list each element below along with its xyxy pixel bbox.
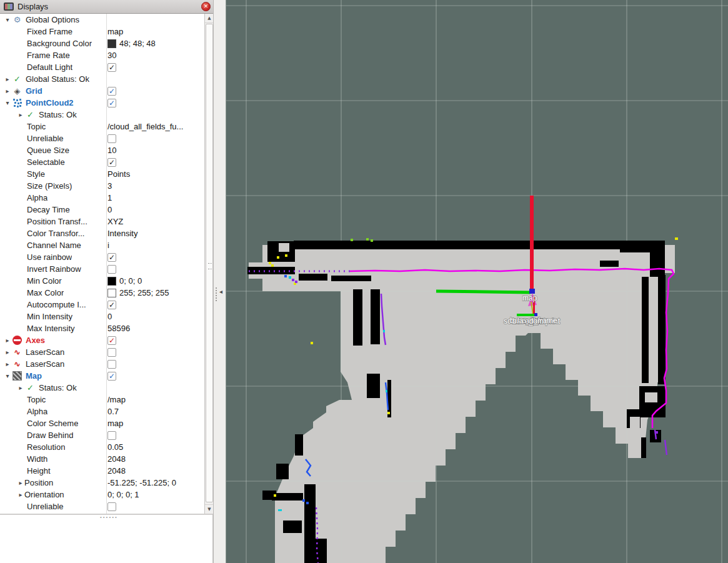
expand-arrow-icon[interactable]: ▸ <box>17 489 24 501</box>
value-text[interactable]: 10 <box>107 144 116 156</box>
property-value[interactable]: ✓ <box>107 61 116 73</box>
value-text[interactable]: map <box>107 26 123 37</box>
value-text[interactable]: 255; 255; 255 <box>119 287 169 299</box>
property-value[interactable]: 30 <box>107 49 116 61</box>
value-text[interactable]: 58596 <box>107 322 130 334</box>
property-value[interactable]: 2048 <box>107 465 126 477</box>
value-text[interactable]: 48; 48; 48 <box>119 37 156 49</box>
property-value[interactable] <box>107 263 116 275</box>
column-separator[interactable] <box>106 14 107 514</box>
property-value[interactable]: map <box>107 417 123 429</box>
expand-arrow-icon[interactable]: ▸ <box>17 109 24 121</box>
property-value[interactable]: 58596 <box>107 322 130 334</box>
checkbox-checked[interactable]: ✓ <box>107 158 116 167</box>
checkbox-checked[interactable]: ✓ <box>107 99 116 107</box>
checkbox-checked[interactable]: ✓ <box>107 87 116 96</box>
property-value[interactable]: -51.225; -51.225; 0 <box>107 477 176 489</box>
value-text[interactable]: 2048 <box>107 465 126 477</box>
expand-arrow-icon[interactable]: ▸ <box>4 85 11 97</box>
property-value[interactable]: map <box>107 26 123 37</box>
property-value[interactable] <box>107 358 116 370</box>
checkbox-unchecked[interactable] <box>107 431 116 440</box>
collapse-arrow-icon[interactable]: ▾ <box>4 370 11 382</box>
scroll-down-icon[interactable]: ▼ <box>205 504 213 514</box>
property-value[interactable] <box>107 429 116 441</box>
property-value[interactable]: 0; 0; 0 <box>107 275 142 287</box>
property-value[interactable]: XYZ <box>107 216 123 227</box>
scrollbar-thumb[interactable] <box>206 24 213 502</box>
property-value[interactable]: /cloud_all_fields_fu... <box>107 121 183 132</box>
panel-splitter[interactable]: ◂ <box>213 0 226 563</box>
splitter-grip[interactable] <box>216 287 217 301</box>
checkbox-checked[interactable]: ✓ <box>107 63 116 72</box>
property-value[interactable] <box>107 501 116 512</box>
value-text[interactable]: i <box>107 239 109 251</box>
value-text[interactable]: /map <box>107 394 126 406</box>
value-text[interactable]: -51.225; -51.225; 0 <box>107 477 176 489</box>
expand-arrow-icon[interactable]: ▸ <box>4 358 11 370</box>
color-swatch[interactable] <box>107 277 116 286</box>
checkbox-unchecked[interactable] <box>107 134 116 143</box>
value-text[interactable]: /cloud_all_fields_fu... <box>107 121 183 132</box>
expand-arrow-icon[interactable]: ▸ <box>4 73 11 85</box>
displays-property-tree[interactable]: ▾⚙Global OptionsFixed FramemapBackground… <box>0 14 213 514</box>
collapse-panel-icon[interactable]: ◂ <box>219 288 222 295</box>
value-text[interactable]: 3 <box>107 180 112 192</box>
checkbox-checked[interactable]: ✓ <box>107 336 116 345</box>
property-value[interactable]: ✓ <box>107 251 116 263</box>
property-value[interactable]: ✓ <box>107 299 116 311</box>
expand-arrow-icon[interactable]: ▸ <box>4 346 11 358</box>
color-swatch[interactable] <box>107 289 116 297</box>
expand-arrow-icon[interactable]: ▸ <box>4 334 11 346</box>
value-text[interactable]: 0; 0; 0; 1 <box>107 489 139 501</box>
value-text[interactable]: Points <box>107 168 130 180</box>
checkbox-checked[interactable]: ✓ <box>107 372 116 381</box>
property-value[interactable]: 0; 0; 0; 1 <box>107 489 139 501</box>
collapse-arrow-icon[interactable]: ▾ <box>4 97 11 109</box>
checkbox-unchecked[interactable] <box>107 360 116 369</box>
checkbox-unchecked[interactable] <box>107 348 116 357</box>
checkbox-checked[interactable]: ✓ <box>107 253 116 262</box>
property-value[interactable]: 3 <box>107 180 112 192</box>
property-value[interactable]: 0.7 <box>107 406 119 417</box>
property-value[interactable]: 10 <box>107 144 116 156</box>
property-value[interactable]: ✓ <box>107 334 116 346</box>
value-text[interactable]: 1 <box>107 192 112 204</box>
value-text[interactable]: 30 <box>107 49 116 61</box>
close-icon[interactable]: ✕ <box>201 2 211 11</box>
collapse-arrow-icon[interactable]: ▾ <box>4 14 11 26</box>
value-text[interactable]: map <box>107 417 123 429</box>
property-value[interactable]: 2048 <box>107 453 126 465</box>
panel-resize-handle[interactable]: •••••• <box>100 514 118 520</box>
value-text[interactable]: 0 <box>107 204 112 216</box>
property-value[interactable]: ✓ <box>107 370 116 382</box>
property-value[interactable]: 255; 255; 255 <box>107 287 169 299</box>
checkbox-unchecked[interactable] <box>107 265 116 274</box>
color-swatch[interactable] <box>107 39 116 48</box>
value-text[interactable]: Intensity <box>107 227 137 239</box>
property-value[interactable]: Points <box>107 168 130 180</box>
property-value[interactable]: 0 <box>107 311 112 322</box>
value-text[interactable]: 0; 0; 0 <box>119 275 142 287</box>
property-value[interactable]: 0 <box>107 204 112 216</box>
value-text[interactable]: 0.7 <box>107 406 119 417</box>
property-value[interactable]: i <box>107 239 109 251</box>
value-text[interactable]: 2048 <box>107 453 126 465</box>
property-value[interactable]: 48; 48; 48 <box>107 37 156 49</box>
value-text[interactable]: 0.05 <box>107 441 123 453</box>
expand-arrow-icon[interactable]: ▸ <box>17 477 24 489</box>
property-value[interactable] <box>107 132 116 144</box>
expand-arrow-icon[interactable]: ▸ <box>17 382 24 394</box>
value-text[interactable]: XYZ <box>107 216 123 227</box>
property-value[interactable]: ✓ <box>107 97 116 109</box>
property-value[interactable]: ✓ <box>107 85 116 97</box>
displays-panel-titlebar[interactable]: Displays ✕ <box>0 0 213 14</box>
render-viewport[interactable]: map scan base_link base_footprint laser_… <box>226 0 728 563</box>
scroll-up-icon[interactable]: ▲ <box>205 14 213 23</box>
tree-scrollbar[interactable]: ▲ ▼ <box>204 14 213 514</box>
checkbox-checked[interactable]: ✓ <box>107 301 116 309</box>
value-text[interactable]: 0 <box>107 311 112 322</box>
checkbox-unchecked[interactable] <box>107 502 116 511</box>
property-value[interactable]: ✓ <box>107 156 116 168</box>
property-value[interactable]: /map <box>107 394 126 406</box>
